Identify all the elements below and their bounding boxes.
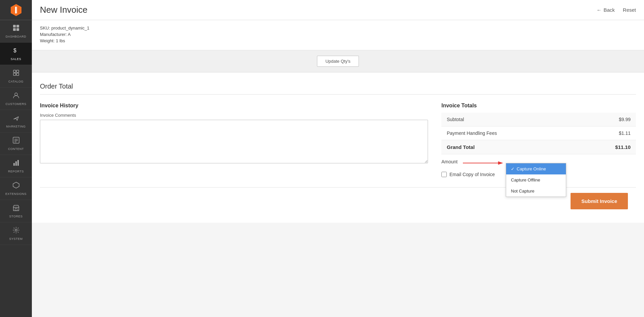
reports-icon [12,159,20,168]
invoice-comments-textarea[interactable] [40,120,428,163]
sales-icon: $ [12,47,20,56]
svg-rect-18 [13,163,15,166]
svg-marker-21 [13,182,19,188]
sidebar-item-sales[interactable]: $ SALES [0,43,32,65]
back-arrow-icon: ← [596,7,601,13]
catalog-icon [12,69,20,78]
sidebar-item-system-label: SYSTEM [9,237,22,241]
product-info-section: SKU: product_dynamic_1 Manufacturer: A W… [32,20,644,50]
subtotal-amount: $9.99 [578,113,636,126]
invoice-comments-label: Invoice Comments [40,113,428,118]
svg-rect-6 [13,28,16,31]
product-sku: SKU: product_dynamic_1 [40,25,636,31]
svg-point-24 [15,229,17,231]
sidebar-item-extensions[interactable]: EXTENSIONS [0,177,32,200]
order-total-heading: Order Total [40,83,636,95]
capture-online-label: Capture Online [517,166,546,171]
product-weight: Weight: 1 lbs [40,38,636,43]
sidebar-item-sales-label: SALES [11,57,21,61]
back-button[interactable]: ← Back [596,7,614,13]
sidebar-item-reports-label: REPORTS [8,170,24,173]
svg-rect-10 [16,70,19,72]
check-icon: ✓ [511,166,515,171]
reset-button[interactable]: Reset [623,7,636,13]
system-icon [12,226,20,236]
invoice-history-section: Invoice History Invoice Comments [40,103,428,165]
stores-icon [12,204,20,213]
capture-offline-label: Capture Offline [511,177,540,182]
update-qty-button[interactable]: Update Qty's [317,56,359,67]
sidebar-item-customers-label: CUSTOMERS [6,102,26,106]
sidebar-item-marketing[interactable]: MARKETING [0,110,32,133]
sidebar-item-reports[interactable]: REPORTS [0,155,32,177]
svg-rect-4 [13,25,16,28]
invoice-history-heading: Invoice History [40,103,428,109]
sidebar-item-customers[interactable]: CUSTOMERS [0,88,32,110]
red-arrow-icon [463,160,503,166]
sidebar: DASHBOARD $ SALES CATALOG CUSTOMERS MARK… [0,0,32,317]
dropdown-option-capture-offline[interactable]: Capture Offline [506,174,566,186]
sidebar-item-catalog[interactable]: CATALOG [0,65,32,88]
sidebar-item-system[interactable]: SYSTEM [0,222,32,245]
page-title: New Invoice [40,5,88,15]
content-icon [12,137,20,146]
extensions-icon [12,181,20,191]
svg-rect-2 [15,7,16,13]
email-copy-checkbox[interactable] [441,172,447,177]
svg-rect-14 [13,137,19,143]
grand-total-row: Grand Total $11.10 [441,140,636,154]
page-body: SKU: product_dynamic_1 Manufacturer: A W… [32,20,644,317]
header-actions: ← Back Reset [596,7,636,13]
svg-text:$: $ [13,48,16,53]
svg-rect-23 [15,208,17,211]
svg-rect-11 [13,73,16,75]
marketing-icon [12,114,20,123]
handling-fees-label: Payment Handling Fees [441,126,578,140]
page-header: New Invoice ← Back Reset [32,0,644,20]
back-label: Back [603,7,614,13]
svg-rect-5 [16,25,19,28]
reset-label: Reset [623,7,636,13]
dashboard-icon [12,24,20,34]
not-capture-label: Not Capture [511,189,534,194]
grand-total-label: Grand Total [441,140,578,154]
table-row: Payment Handling Fees $1.11 [441,126,636,140]
sidebar-item-marketing-label: MARKETING [6,125,25,128]
handling-fees-amount: $1.11 [578,126,636,140]
invoice-totals-heading: Invoice Totals [441,103,636,109]
sidebar-item-stores[interactable]: STORES [0,200,32,222]
sidebar-item-stores-label: STORES [9,215,23,218]
product-manufacturer: Manufacturer: A [40,32,636,37]
sidebar-item-catalog-label: CATALOG [8,80,23,83]
sidebar-logo [0,0,32,20]
totals-table: Subtotal $9.99 Payment Handling Fees $1.… [441,113,636,154]
update-qty-bar: Update Qty's [32,50,644,72]
amount-dropdown-menu: ✓ Capture Online Capture Offline Not Cap… [506,163,566,197]
grand-total-amount: $11.10 [578,140,636,154]
sidebar-item-content-label: CONTENT [8,147,24,151]
email-copy-label[interactable]: Email Copy of Invoice [449,172,495,177]
two-column-layout: Invoice History Invoice Comments Invoice… [40,103,636,177]
main-content: New Invoice ← Back Reset SKU: product_dy… [32,0,644,317]
submit-invoice-button[interactable]: Submit Invoice [571,193,628,209]
amount-section: Amount [441,159,636,177]
svg-rect-19 [15,161,17,166]
sidebar-item-extensions-label: EXTENSIONS [5,192,26,196]
svg-rect-22 [13,207,19,211]
svg-point-13 [15,93,17,96]
main-section: Order Total Invoice History Invoice Comm… [32,72,644,223]
svg-rect-7 [16,28,19,31]
svg-rect-20 [17,160,19,166]
sidebar-item-content[interactable]: CONTENT [0,133,32,155]
subtotal-label: Subtotal [441,113,578,126]
sidebar-item-dashboard-label: DASHBOARD [6,35,26,38]
svg-rect-9 [13,70,16,72]
customers-icon [12,92,20,101]
table-row: Subtotal $9.99 [441,113,636,126]
sidebar-item-dashboard[interactable]: DASHBOARD [0,20,32,43]
svg-rect-12 [16,73,19,75]
dropdown-option-not-capture[interactable]: Not Capture [506,186,566,197]
amount-label: Amount [441,159,458,164]
dropdown-option-capture-online[interactable]: ✓ Capture Online [506,163,566,174]
svg-marker-26 [498,161,503,165]
